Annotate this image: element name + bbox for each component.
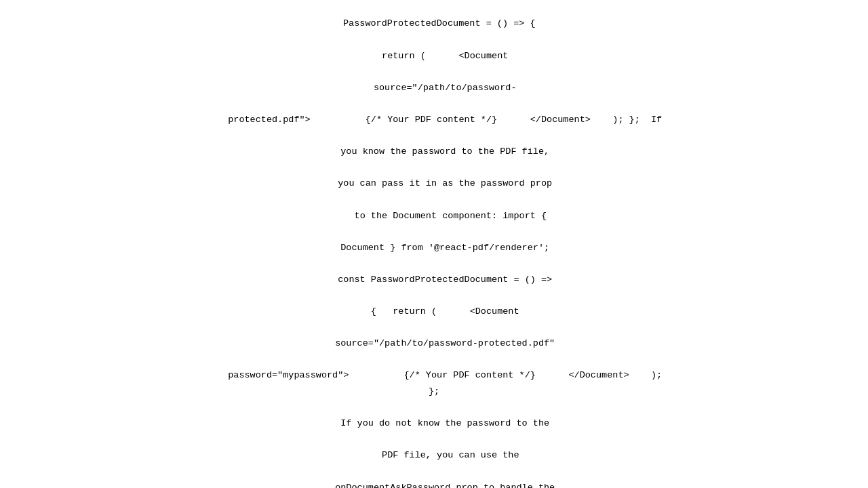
documentation-text: PasswordProtectedDocument = () => { retu…: [203, 0, 665, 488]
main-content: PasswordProtectedDocument = () => { retu…: [0, 0, 868, 488]
code-content: PasswordProtectedDocument = () => { retu…: [206, 18, 668, 488]
